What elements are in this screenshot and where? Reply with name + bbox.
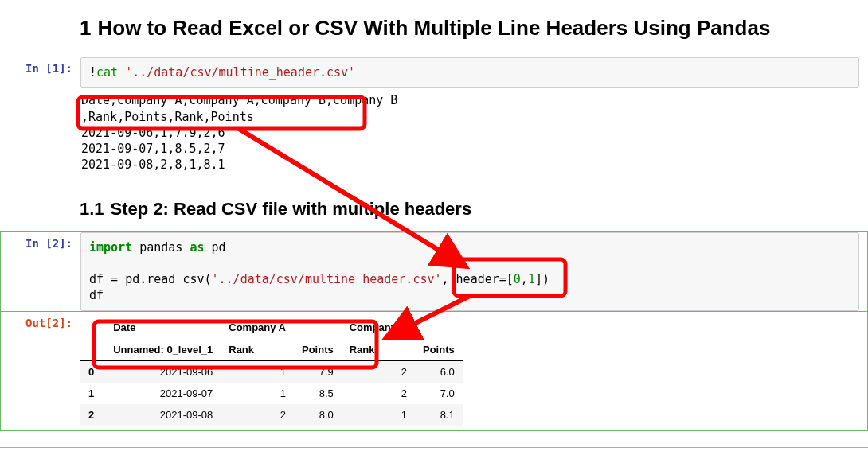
heading-text: How to Read Excel or CSV With Multiple L… [97,16,770,40]
cell-2: In [2]: import pandas as pd df = pd.read… [0,231,868,312]
table-row: 2 2021-09-08 2 8.0 1 8.1 [80,404,463,426]
header-row-bottom: Unnamed: 0_level_1 Rank Points Rank Poin… [80,338,463,360]
subheading-text: Step 2: Read CSV file with multiple head… [111,199,472,219]
prompt-in-2: In [2]: [1,232,80,250]
code-input-1[interactable]: !cat '../data/csv/multine_header.csv' [80,57,859,88]
table-row: 1 2021-09-07 1 8.5 2 7.0 [80,383,463,404]
prompt-out-2: Out[2]: [1,312,80,329]
divider [0,447,868,459]
prompt-in-1: In [1]: [1,57,80,75]
cell-1-output: Date,Company A,Company A,Company B,Compa… [0,88,868,178]
subheading-number: 1.1 [80,199,104,219]
header-row-top: Date Company A Company B [80,317,463,339]
cell-2-output: Out[2]: Date Company A Company B Unnamed… [0,312,868,431]
code-input-2[interactable]: import pandas as pd df = pd.read_csv('..… [80,232,859,311]
section-heading: 1.1Step 2: Read CSV file with multiple h… [80,199,868,220]
prompt-blank-1 [1,89,80,94]
dataframe-output: Date Company A Company B Unnamed: 0_leve… [80,317,463,426]
heading-number: 1 [80,16,91,40]
page-title: 1How to Read Excel or CSV With Multiple … [80,16,868,41]
output-1-text: Date,Company A,Company A,Company B,Compa… [80,89,867,177]
cell-1: In [1]: !cat '../data/csv/multine_header… [0,56,868,88]
table-row: 0 2021-09-06 1 7.9 2 6.0 [80,360,463,383]
